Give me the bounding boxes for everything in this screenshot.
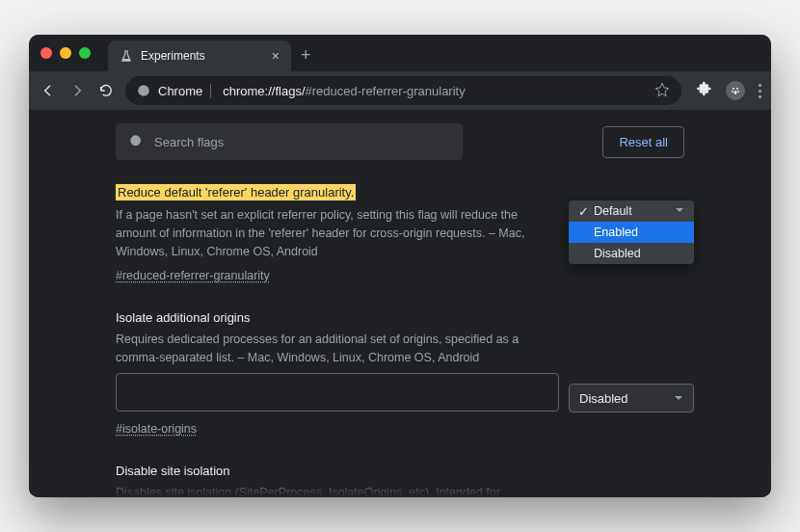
flag-hash-link[interactable]: #isolate-origins [116, 422, 197, 436]
url-scheme: Chrome [158, 84, 211, 98]
flag-item: Isolate additional origins Requires dedi… [116, 308, 684, 437]
flag-title: Isolate additional origins [116, 310, 250, 325]
page-content: Search flags Reset all Reduce default 'r… [29, 110, 771, 497]
arrow-left-icon [40, 83, 56, 98]
chevron-down-icon [674, 391, 683, 406]
new-tab-button[interactable]: + [301, 45, 311, 66]
browser-tab[interactable]: Experiments × [108, 40, 291, 71]
check-icon: ✓ [578, 204, 588, 219]
flag-hash-link[interactable]: #reduced-referrer-granularity [116, 269, 270, 282]
select-option-default[interactable]: ✓ Default [569, 200, 694, 222]
address-bar[interactable]: Chrome chrome://flags/#reduced-referrer-… [125, 76, 681, 105]
search-icon [129, 134, 145, 149]
toolbar-actions [697, 81, 761, 100]
search-row: Search flags Reset all [116, 123, 684, 160]
svg-point-1 [733, 88, 734, 90]
flag-item: Reduce default 'referer' header granular… [116, 183, 684, 283]
flag-text-input[interactable] [116, 373, 559, 412]
titlebar: Experiments × + [29, 35, 771, 71]
browser-toolbar: Chrome chrome://flags/#reduced-referrer-… [29, 71, 771, 110]
svg-point-3 [732, 91, 733, 93]
flag-select-open[interactable]: ✓ Default Enabled Disabled [569, 200, 694, 264]
kebab-menu-icon[interactable] [759, 84, 761, 98]
tab-title: Experiments [141, 49, 205, 63]
maximize-window-button[interactable] [79, 47, 91, 59]
reset-all-button[interactable]: Reset all [602, 126, 684, 158]
select-option-enabled[interactable]: Enabled [569, 222, 694, 243]
browser-window: Experiments × + Chrome chrome://flags/#r… [29, 35, 771, 497]
window-controls [40, 47, 91, 59]
reload-button[interactable] [96, 81, 116, 100]
close-tab-icon[interactable]: × [272, 48, 280, 64]
chrome-scheme-icon [137, 84, 150, 97]
flask-icon [120, 49, 133, 63]
profile-avatar[interactable] [726, 81, 745, 100]
close-window-button[interactable] [40, 47, 52, 59]
flag-description: If a page hasn't set an explicit referre… [116, 206, 559, 260]
bookmark-star-icon[interactable] [654, 82, 670, 100]
content-fade [29, 478, 771, 497]
svg-point-4 [737, 91, 739, 93]
search-placeholder: Search flags [154, 135, 224, 149]
arrow-right-icon [69, 83, 85, 98]
search-input[interactable]: Search flags [116, 123, 463, 160]
svg-point-0 [138, 85, 149, 96]
reload-icon [98, 83, 114, 98]
flag-title: Reduce default 'referer' header granular… [116, 184, 356, 200]
chevron-down-icon [675, 204, 684, 218]
back-button[interactable] [39, 81, 58, 100]
flag-title: Disable site isolation [116, 464, 230, 478]
url-host: chrome://flags/ [223, 84, 305, 98]
minimize-window-button[interactable] [60, 47, 71, 59]
svg-point-2 [736, 88, 738, 90]
select-option-disabled[interactable]: Disabled [569, 243, 694, 264]
forward-button[interactable] [67, 81, 87, 100]
flag-select[interactable]: Disabled [569, 384, 694, 412]
paw-icon [730, 85, 741, 96]
extensions-icon[interactable] [697, 81, 712, 100]
url-fragment: #reduced-referrer-granularity [306, 84, 466, 98]
flag-description: Requires dedicated processes for an addi… [116, 331, 559, 367]
svg-point-5 [734, 91, 737, 94]
